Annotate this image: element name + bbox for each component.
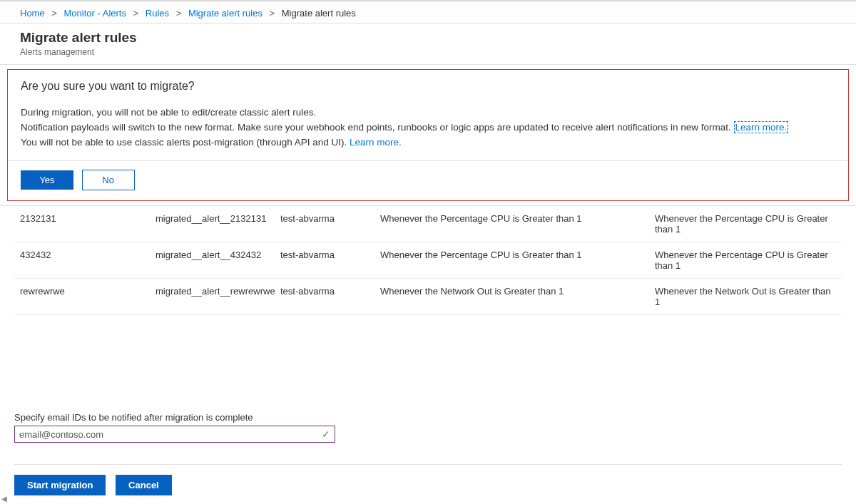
breadcrumb: Home > Monitor - Alerts > Rules > Migrat… [0,0,856,24]
cell-migrated-name: migrated__alert__432432 [156,250,280,271]
confirm-line3-text: You will not be able to use classic aler… [21,137,350,148]
breadcrumb-rules[interactable]: Rules [146,8,169,19]
rules-table: 2132131 migrated__alert__2132131 test-ab… [0,205,856,315]
cell-migrated-name: migrated__alert__rewrewrwe [156,286,280,307]
cell-condition-dup: Whenever the Percentage CPU is Greater t… [655,250,836,271]
breadcrumb-home[interactable]: Home [20,8,45,19]
scroll-left-icon[interactable]: ◀ [1,495,7,503]
yes-button[interactable]: Yes [21,170,73,190]
table-row[interactable]: 2132131 migrated__alert__2132131 test-ab… [14,206,842,242]
breadcrumb-separator: > [51,8,57,19]
confirm-title: Are you sure you want to migrate? [21,80,835,93]
breadcrumb-separator: > [133,8,139,19]
cell-resource: test-abvarma [280,213,380,235]
cell-condition: Whenever the Network Out is Greater than… [380,286,655,307]
learn-more-link-classic[interactable]: Learn more. [350,137,402,148]
breadcrumb-current: Migrate alert rules [282,8,356,19]
bottom-actions: Start migration Cancel [14,464,842,495]
confirm-actions: Yes No [8,160,848,200]
breadcrumb-migrate-alert-rules[interactable]: Migrate alert rules [188,8,263,19]
email-label: Specify email IDs to be notified after m… [14,412,842,423]
email-input[interactable] [19,429,322,440]
confirm-body: During migration, you will not be able t… [21,106,835,150]
breadcrumb-separator: > [270,8,275,19]
no-button[interactable]: No [82,170,135,190]
confirm-dialog: Are you sure you want to migrate? During… [7,69,849,201]
email-input-wrap[interactable]: ✓ [14,426,335,443]
confirm-line1: During migration, you will not be able t… [21,106,835,120]
start-migration-button[interactable]: Start migration [14,475,106,495]
cell-condition: Whenever the Percentage CPU is Greater t… [380,213,655,235]
confirm-line2-text: Notification payloads will switch to the… [21,122,734,133]
cell-condition-dup: Whenever the Network Out is Greater than… [655,286,836,307]
bottom-panel: Specify email IDs to be notified after m… [0,412,856,495]
breadcrumb-monitor-alerts[interactable]: Monitor - Alerts [64,8,126,19]
learn-more-link-payloads[interactable]: Learn more. [734,121,789,133]
table-row[interactable]: 432432 migrated__alert__432432 test-abva… [14,242,842,279]
cell-condition-dup: Whenever the Percentage CPU is Greater t… [655,213,836,235]
page-title: Migrate alert rules [20,30,836,46]
cell-migrated-name: migrated__alert__2132131 [156,213,280,235]
table-row[interactable]: rewrewrwe migrated__alert__rewrewrwe tes… [14,279,842,315]
confirm-line2: Notification payloads will switch to the… [21,120,835,135]
page-header: Migrate alert rules Alerts management [0,24,856,65]
cell-name: 2132131 [20,213,156,235]
cell-name: 432432 [20,250,156,271]
breadcrumb-separator: > [176,8,182,19]
cell-condition: Whenever the Percentage CPU is Greater t… [380,250,655,271]
confirm-line3: You will not be able to use classic aler… [21,135,835,150]
cell-resource: test-abvarma [280,250,380,271]
cell-resource: test-abvarma [280,286,380,307]
cell-name: rewrewrwe [20,286,156,307]
check-icon: ✓ [322,428,330,440]
cancel-button[interactable]: Cancel [116,475,172,495]
page-subtitle: Alerts management [20,47,836,57]
